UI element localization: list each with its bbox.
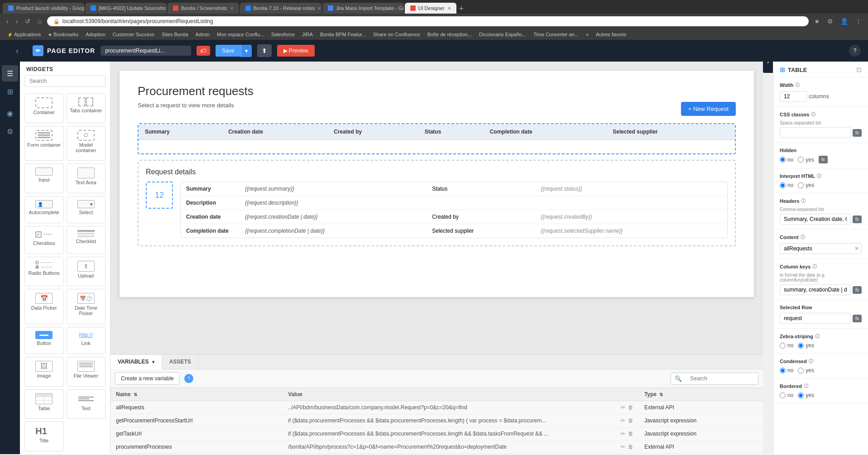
variable-delete-btn[interactable]: 🗑 xyxy=(628,404,633,411)
collapse-right-panel-btn[interactable]: › xyxy=(763,62,773,73)
save-dropdown-btn[interactable]: ▾ xyxy=(241,45,252,57)
bordered-yes-option[interactable]: yes xyxy=(798,392,814,398)
variable-delete-btn[interactable]: 🗑 xyxy=(628,431,633,437)
page-name-input[interactable] xyxy=(101,46,191,56)
browser-tab-6[interactable]: UI Designer ✕ xyxy=(405,3,456,14)
nav-home-btn[interactable]: ⌂ xyxy=(36,17,43,26)
sidebar-btn-layers[interactable]: ⊞ xyxy=(2,83,18,100)
bordered-no-radio[interactable] xyxy=(780,393,786,398)
widget-link[interactable]: http:// Link xyxy=(67,327,106,354)
widget-container[interactable]: Container xyxy=(24,93,64,123)
menu-btn[interactable]: ⋮ xyxy=(854,17,863,26)
variable-edit-btn[interactable]: ✏ xyxy=(621,444,625,450)
widget-image[interactable]: 🖼 Image xyxy=(24,357,64,387)
bookmark-bonita-bpm[interactable]: Bonita BPM Featur... xyxy=(317,31,369,38)
content-input[interactable] xyxy=(780,243,862,254)
sort-name-icon[interactable]: ⇅ xyxy=(134,392,137,397)
widget-checkbox[interactable]: ✓ Checkbox xyxy=(24,226,64,254)
interpret-html-no-option[interactable]: no xyxy=(780,182,793,188)
hidden-no-radio[interactable] xyxy=(780,157,786,163)
widget-tabs-container[interactable]: Tabs container xyxy=(67,93,106,123)
browser-tab-5[interactable]: Jira Mass Import Template - Go... ✕ xyxy=(322,3,404,14)
address-bar[interactable]: 🔒 localhost:53909/bonita/#/en/pages/proc… xyxy=(47,16,809,26)
headers-fx-btn[interactable]: fx xyxy=(853,216,862,223)
save-button[interactable]: Save xyxy=(216,45,240,57)
bookmark-adoption[interactable]: Adoption xyxy=(83,31,108,38)
bookmark-bookmarks[interactable]: ★ Bookmarks xyxy=(45,31,81,38)
headers-input[interactable] xyxy=(780,214,851,225)
selected-row-input[interactable] xyxy=(780,313,851,324)
widget-datetimepicker[interactable]: 📅🕐 Date Time Picker xyxy=(67,289,106,324)
widget-form-container[interactable]: Form container xyxy=(24,126,64,161)
variable-search-input[interactable] xyxy=(686,373,758,384)
new-request-button[interactable]: + New Request xyxy=(681,102,736,116)
bookmark-timeconverter[interactable]: Time Converter an... xyxy=(531,31,581,38)
widget-checklist[interactable]: Checklist xyxy=(67,226,106,254)
width-input[interactable] xyxy=(780,91,807,102)
selected-row-fx-btn[interactable]: fx xyxy=(853,315,862,322)
col-width-box[interactable]: 12 xyxy=(146,182,173,209)
widget-datepicker[interactable]: 📅 Data Picker xyxy=(24,289,64,324)
hidden-yes-option[interactable]: yes xyxy=(798,157,814,163)
widget-table[interactable]: Table xyxy=(24,389,64,419)
bookmark-share-confluence[interactable]: Share on Confluence xyxy=(370,31,422,38)
browser-tab-4[interactable]: Bonita 7.10 - Release notes ✕ xyxy=(240,3,321,14)
bookmark-star-btn[interactable]: ★ xyxy=(812,17,822,26)
widget-model-container[interactable]: ⬡ Model container xyxy=(67,126,106,161)
bookmark-confluspace[interactable]: Mon espace Conflu... xyxy=(214,31,267,38)
tab-close-4[interactable]: ✕ xyxy=(317,6,321,11)
bookmark-sites-bonita[interactable]: Sites Bonita xyxy=(159,31,191,38)
browser-tab-2[interactable]: [MKG-4502] Update Sourcefor... ✕ xyxy=(85,3,167,14)
variable-edit-btn[interactable]: ✏ xyxy=(621,431,625,437)
extensions-btn[interactable]: ⚙ xyxy=(825,17,835,26)
variable-edit-btn[interactable]: ✏ xyxy=(621,404,625,411)
widget-radio[interactable]: Radio Buttons xyxy=(24,257,64,287)
zebra-yes-radio[interactable] xyxy=(798,343,804,349)
nav-back-icon[interactable]: ‹ xyxy=(16,46,19,56)
condensed-no-radio[interactable] xyxy=(780,368,786,374)
zebra-yes-option[interactable]: yes xyxy=(798,342,814,349)
bookmark-diccionario[interactable]: Diccionario Españo... xyxy=(476,31,529,38)
upload-button[interactable]: ⬆ xyxy=(257,44,272,57)
zebra-no-option[interactable]: no xyxy=(780,342,793,349)
variable-help-button[interactable]: ? xyxy=(184,374,193,383)
bookmark-salesforce[interactable]: Salesforce xyxy=(269,31,297,38)
hidden-fx-btn[interactable]: fx xyxy=(819,156,828,163)
content-clear-btn[interactable]: ✕ xyxy=(854,245,859,252)
widget-upload[interactable]: ⬆ Upload xyxy=(67,257,106,287)
widget-text[interactable]: Text xyxy=(67,389,106,419)
interpret-html-yes-option[interactable]: yes xyxy=(798,182,814,188)
bookmark-admin[interactable]: Admin xyxy=(193,31,212,38)
widget-textarea[interactable]: Text Area xyxy=(67,163,106,193)
widget-button[interactable]: Button xyxy=(24,327,64,354)
sidebar-btn-data[interactable]: ◉ xyxy=(2,105,18,121)
nav-refresh-btn[interactable]: ↺ xyxy=(23,17,32,26)
help-button[interactable]: ? xyxy=(849,45,861,57)
hidden-yes-radio[interactable] xyxy=(798,157,804,163)
sidebar-btn-settings[interactable]: ⚙ xyxy=(2,123,18,139)
tab-close-3[interactable]: ✕ xyxy=(230,6,234,11)
zebra-no-radio[interactable] xyxy=(780,343,786,349)
variable-delete-btn[interactable]: 🗑 xyxy=(628,444,633,450)
widget-fileviewer[interactable]: File Viewer xyxy=(67,357,106,387)
right-panel-toggle-btn[interactable]: ⊡ xyxy=(856,66,862,73)
hidden-no-option[interactable]: no xyxy=(780,157,793,163)
requests-table-wrapper[interactable]: Summary Creation date Created by Status … xyxy=(138,123,736,154)
create-variable-button[interactable]: Create a new variable xyxy=(115,372,180,385)
new-tab-btn[interactable]: + xyxy=(459,4,464,14)
bookmark-more[interactable]: » xyxy=(583,31,591,38)
widget-title[interactable]: H1 Title xyxy=(24,421,64,451)
condensed-no-option[interactable]: no xyxy=(780,367,793,374)
browser-tab-3[interactable]: Bonita / Screenshots ✕ xyxy=(168,3,239,14)
profile-btn[interactable]: 👤 xyxy=(839,17,850,26)
browser-tab-1[interactable]: Product launch visibility - Goog... ✕ xyxy=(3,3,84,14)
css-fx-btn[interactable]: fx xyxy=(853,129,862,137)
bookmark-jira[interactable]: JIRA xyxy=(299,31,316,38)
column-keys-input[interactable] xyxy=(780,284,851,295)
bordered-no-option[interactable]: no xyxy=(780,392,793,398)
condensed-yes-radio[interactable] xyxy=(798,368,804,374)
widget-autocomplete[interactable]: 👤 Autocomplete xyxy=(24,196,64,223)
sidebar-btn-widgets[interactable]: ☰ xyxy=(2,65,18,81)
tag-btn[interactable]: 🏷 xyxy=(197,46,210,56)
bookmark-autres[interactable]: Autres favoris xyxy=(593,31,629,38)
